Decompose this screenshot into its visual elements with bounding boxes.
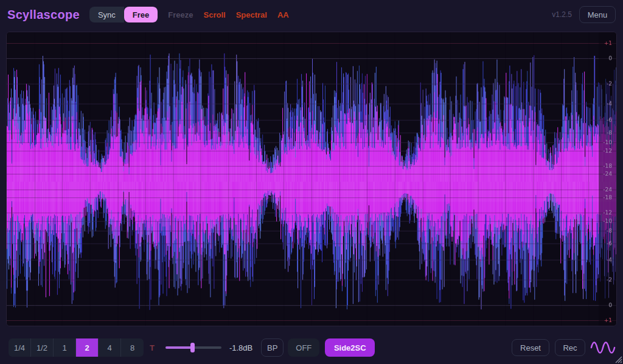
free-mode-button[interactable]: Free (124, 7, 158, 22)
resize-handle[interactable] (614, 355, 622, 363)
waveform-display[interactable] (6, 32, 617, 326)
division-button-2[interactable]: 2 (76, 338, 99, 357)
division-button-1[interactable]: 1 (54, 338, 76, 357)
scroll-button[interactable]: Scroll (204, 10, 226, 19)
bottom-bar: 1/4 1/2 1 2 4 8 T -1.8dB BP OFF Side2SC … (0, 331, 623, 364)
aa-button[interactable]: AA (277, 10, 289, 19)
reset-button[interactable]: Reset (512, 339, 549, 356)
division-button-1-2[interactable]: 1/2 (31, 338, 54, 357)
sync-mode-button[interactable]: Sync (89, 7, 124, 22)
scyllascope-window: Scyllascope Sync Free Freeze Scroll Spec… (0, 0, 623, 364)
division-button-1-4[interactable]: 1/4 (9, 338, 31, 357)
trigger-label: T (150, 343, 155, 352)
bp-button[interactable]: BP (261, 338, 284, 357)
slider-fill (165, 346, 192, 349)
time-division-group: 1/4 1/2 1 2 4 8 (9, 338, 144, 357)
sync-free-toggle: Sync Free (89, 7, 158, 22)
freeze-button[interactable]: Freeze (168, 10, 193, 19)
version-label: v1.2.5 (552, 10, 572, 19)
app-title: Scyllascope (7, 8, 80, 22)
top-bar: Scyllascope Sync Free Freeze Scroll Spec… (0, 0, 623, 29)
slider-thumb[interactable] (190, 343, 195, 352)
menu-button[interactable]: Menu (579, 6, 616, 23)
rec-button[interactable]: Rec (555, 339, 585, 356)
division-button-4[interactable]: 4 (99, 338, 121, 357)
sine-wave-icon (590, 338, 616, 357)
spectral-button[interactable]: Spectral (236, 10, 267, 19)
side2sc-button[interactable]: Side2SC (325, 338, 375, 357)
gain-readout: -1.8dB (229, 343, 252, 352)
off-button[interactable]: OFF (288, 338, 319, 357)
trigger-slider[interactable] (165, 342, 221, 353)
oscilloscope-canvas[interactable] (7, 32, 616, 326)
division-button-8[interactable]: 8 (121, 338, 144, 357)
